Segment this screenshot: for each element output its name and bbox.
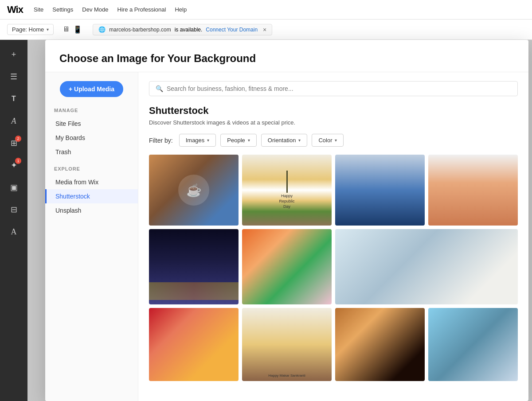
domain-text: marcelos-barbershop.com: [109, 27, 171, 33]
filter-color-chevron-icon: ▾: [335, 138, 337, 143]
sidebar-divider: [45, 159, 138, 166]
filter-images-chevron-icon: ▾: [207, 138, 209, 143]
sidebar-item-unsplash[interactable]: Unsplash: [45, 203, 138, 218]
page-chevron-icon: ▾: [47, 27, 49, 32]
image-cell-coffee[interactable]: ☕: [149, 155, 239, 226]
filter-orientation-chevron-icon: ▾: [298, 138, 301, 143]
globe-icon: 🌐: [98, 26, 106, 33]
image-cell-business[interactable]: [428, 308, 518, 381]
filter-color-button[interactable]: Color ▾: [312, 134, 344, 147]
sidebar-icon-menu[interactable]: ☰: [4, 66, 24, 87]
sidebar-item-shutterstock[interactable]: Shutterstock: [45, 189, 138, 203]
text-icon: T: [12, 95, 16, 103]
image-business: [428, 308, 518, 381]
image-coffee: ☕: [149, 155, 239, 226]
image-cell-woman[interactable]: [428, 155, 518, 226]
grid-icon: ⊟: [11, 205, 17, 214]
image-cell-carnival[interactable]: [242, 229, 332, 304]
image-woman: [428, 155, 518, 226]
domain-available-text: is available.: [175, 27, 203, 33]
filter-orientation-button[interactable]: Orientation ▾: [261, 134, 308, 147]
page-label: Page: Home: [12, 26, 44, 33]
device-icons: 🖥 📱: [63, 25, 82, 34]
sidebar-icon-grid[interactable]: ⊟: [4, 199, 24, 220]
connect-domain-link[interactable]: Connect Your Domain: [206, 27, 258, 33]
image-man: [335, 155, 425, 226]
sidebar-item-trash[interactable]: Trash: [45, 145, 138, 159]
image-india: HappyRepublicDay: [242, 155, 332, 226]
menu-help[interactable]: Help: [175, 6, 187, 13]
sidebar-icon-market[interactable]: A: [4, 222, 24, 242]
filter-people-chevron-icon: ▾: [248, 138, 250, 143]
menu-hire[interactable]: Hire a Professional: [117, 6, 166, 13]
sidebar-icon-media[interactable]: ▣: [4, 177, 24, 198]
page-selector[interactable]: Page: Home ▾: [7, 24, 54, 35]
manage-label: MANAGE: [45, 108, 138, 117]
filter-color-label: Color: [318, 137, 332, 144]
modal-overlay: Choose an Image for Your Background + Up…: [27, 40, 532, 401]
modal-body: + Upload Media MANAGE Site Files My Boar…: [45, 72, 528, 401]
search-input[interactable]: [167, 85, 511, 92]
modal-title: Choose an Image for Your Background: [59, 52, 514, 65]
menu-devmode[interactable]: Dev Mode: [82, 6, 108, 13]
image-couple: [335, 308, 425, 381]
filter-people-label: People: [227, 137, 245, 144]
sidebar-icon-apps[interactable]: ⊞ 2: [4, 133, 24, 153]
sidebar-icon-add[interactable]: +: [4, 44, 24, 65]
explore-label: EXPLORE: [45, 166, 138, 175]
source-desc: Discover Shutterstock images & videos at…: [149, 119, 518, 126]
filter-bar: Filter by: Images ▾ People ▾ Orientation…: [149, 134, 518, 147]
filter-label: Filter by:: [149, 137, 173, 144]
modal-header: Choose an Image for Your Background: [45, 40, 528, 72]
second-bar: Page: Home ▾ 🖥 📱 🌐 marcelos-barbershop.c…: [0, 19, 532, 40]
menu-settings[interactable]: Settings: [52, 6, 73, 13]
image-cell-dance[interactable]: [149, 308, 239, 381]
elements-badge: 1: [15, 158, 21, 164]
search-icon: 🔍: [156, 85, 163, 92]
image-cell-india[interactable]: HappyRepublicDay: [242, 155, 332, 226]
upload-media-button[interactable]: + Upload Media: [60, 81, 123, 97]
sidebar-item-site-files[interactable]: Site Files: [45, 117, 138, 131]
image-chooser-modal: Choose an Image for Your Background + Up…: [45, 40, 528, 401]
image-dance: [149, 308, 239, 381]
domain-bar: 🌐 marcelos-barbershop.com is available. …: [93, 24, 272, 35]
search-bar: 🔍: [149, 81, 518, 96]
filter-orientation-label: Orientation: [268, 137, 296, 144]
left-sidebar: + ☰ T A ⊞ 2 ✦ 1 ▣ ⊟ A: [0, 40, 27, 401]
filter-people-button[interactable]: People ▾: [220, 134, 256, 147]
sidebar-icon-theme[interactable]: A: [4, 111, 24, 131]
sidebar-icon-elements[interactable]: ✦ 1: [4, 155, 24, 175]
image-cell-office[interactable]: [335, 229, 518, 304]
filter-images-button[interactable]: Images ▾: [179, 134, 216, 147]
modal-main: 🔍 Shutterstock Discover Shutterstock ima…: [138, 72, 528, 401]
wix-logo: Wix: [7, 4, 23, 16]
source-title: Shutterstock: [149, 105, 518, 117]
image-cell-couple[interactable]: [335, 308, 425, 381]
image-cell-makar[interactable]: Happy Makar Sankranti: [242, 308, 332, 381]
desktop-icon[interactable]: 🖥: [63, 25, 70, 34]
theme-icon: A: [12, 117, 16, 126]
image-office: [335, 229, 518, 304]
image-cell-stadium[interactable]: [149, 229, 239, 304]
sidebar-item-media-from-wix[interactable]: Media from Wix: [45, 175, 138, 189]
sidebar-icon-text[interactable]: T: [4, 89, 24, 109]
menu-site[interactable]: Site: [34, 6, 43, 13]
menu-icon: ☰: [10, 72, 17, 82]
image-makar: Happy Makar Sankranti: [242, 308, 332, 381]
image-cell-man[interactable]: [335, 155, 425, 226]
add-icon: +: [12, 50, 16, 59]
image-carnival: [242, 229, 332, 304]
media-icon: ▣: [10, 183, 18, 192]
image-grid: ☕ HappyRepublicDay: [149, 155, 518, 381]
domain-close-icon[interactable]: ×: [263, 26, 266, 33]
modal-sidebar: + Upload Media MANAGE Site Files My Boar…: [45, 72, 138, 401]
top-menu: Site Settings Dev Mode Hire a Profession…: [34, 6, 187, 13]
image-stadium: [149, 229, 239, 304]
filter-images-label: Images: [186, 137, 205, 144]
top-bar: Wix Site Settings Dev Mode Hire a Profes…: [0, 0, 532, 19]
apps-badge: 2: [15, 136, 21, 142]
mobile-icon[interactable]: 📱: [73, 25, 82, 34]
market-icon: A: [11, 227, 17, 237]
sidebar-item-my-boards[interactable]: My Boards: [45, 131, 138, 145]
